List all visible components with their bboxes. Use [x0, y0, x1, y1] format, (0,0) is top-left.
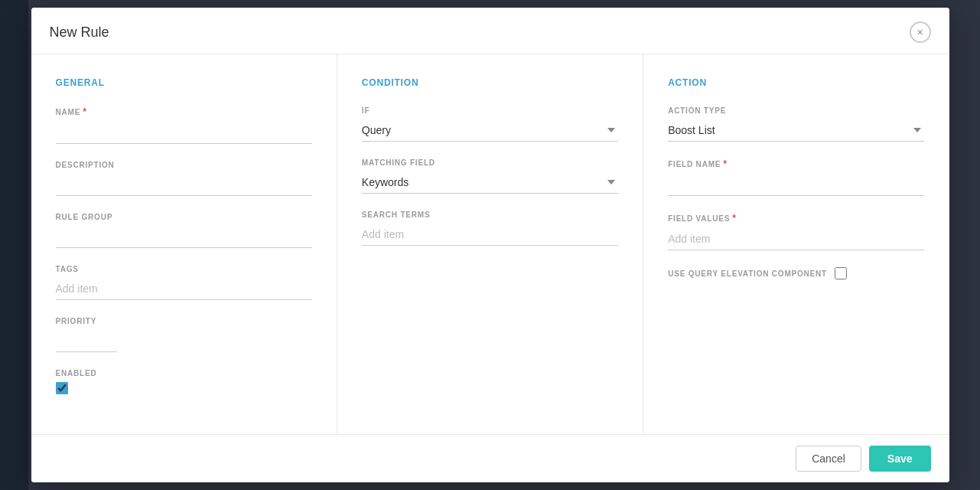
enabled-row	[56, 382, 312, 394]
general-section: GENERAL NAME * DESCRIPTION RULE GROUP TA…	[31, 54, 337, 434]
name-required: *	[83, 106, 86, 117]
enabled-checkbox[interactable]	[56, 382, 68, 394]
modal-header: New Rule ×	[31, 8, 949, 54]
tags-input[interactable]	[56, 278, 312, 300]
rule-group-input[interactable]	[56, 226, 312, 248]
tags-label: TAGS	[56, 265, 312, 273]
name-input[interactable]	[56, 122, 312, 144]
use-query-row: USE QUERY ELEVATION COMPONENT	[668, 267, 924, 279]
description-label: DESCRIPTION	[56, 161, 312, 169]
search-terms-field-group: SEARCH TERMS	[362, 211, 618, 246]
description-input[interactable]	[56, 174, 312, 196]
matching-field-group: MATCHING FIELD Keywords Title Body	[362, 158, 618, 194]
field-values-required: *	[732, 213, 736, 224]
if-field-group: IF Query Field Category	[362, 106, 618, 142]
use-query-field-group: USE QUERY ELEVATION COMPONENT	[668, 267, 924, 279]
field-values-label: FIELD VALUES *	[668, 213, 924, 224]
field-name-label: FIELD NAME *	[668, 158, 924, 169]
field-name-field-group: FIELD NAME *	[668, 158, 924, 196]
matching-field-select[interactable]: Keywords Title Body	[362, 172, 618, 194]
action-type-label: ACTION TYPE	[668, 106, 924, 115]
general-section-title: GENERAL	[56, 77, 312, 88]
if-select[interactable]: Query Field Category	[362, 119, 618, 142]
field-values-field-group: FIELD VALUES *	[668, 213, 924, 250]
rule-group-label: RULE GROUP	[56, 213, 312, 221]
save-button[interactable]: Save	[869, 446, 931, 472]
action-section: ACTION ACTION TYPE Boost List Bury List …	[643, 54, 949, 434]
new-rule-modal: New Rule × GENERAL NAME * DESCRIPTION RU…	[31, 8, 949, 482]
use-query-label: USE QUERY ELEVATION COMPONENT	[668, 270, 827, 278]
modal-title: New Rule	[50, 24, 109, 41]
enabled-label: ENABLED	[56, 369, 312, 377]
field-name-input[interactable]	[668, 174, 924, 196]
description-field-group: DESCRIPTION	[56, 161, 312, 196]
condition-section: CONDITION IF Query Field Category MATCHI…	[337, 54, 643, 434]
tags-field-group: TAGS	[56, 265, 312, 300]
search-terms-label: SEARCH TERMS	[362, 211, 618, 219]
priority-input[interactable]	[56, 330, 117, 352]
field-name-required: *	[723, 158, 727, 169]
rule-group-field-group: RULE GROUP	[56, 213, 312, 248]
priority-field-group: PRIORITY	[56, 317, 312, 352]
if-label: IF	[362, 106, 618, 115]
priority-label: PRIORITY	[56, 317, 312, 325]
cancel-button[interactable]: Cancel	[796, 446, 861, 472]
modal-body: GENERAL NAME * DESCRIPTION RULE GROUP TA…	[31, 54, 949, 434]
action-type-field-group: ACTION TYPE Boost List Bury List Filter	[668, 106, 924, 142]
action-type-select[interactable]: Boost List Bury List Filter	[668, 119, 924, 142]
modal-footer: Cancel Save	[31, 434, 949, 482]
search-terms-input[interactable]	[362, 224, 618, 246]
name-label: NAME *	[56, 106, 312, 117]
field-values-input[interactable]	[668, 228, 924, 250]
condition-section-title: CONDITION	[362, 77, 618, 88]
close-button[interactable]: ×	[910, 21, 931, 43]
matching-field-label: MATCHING FIELD	[362, 158, 618, 167]
close-icon: ×	[917, 26, 923, 38]
name-field-group: NAME *	[56, 106, 312, 144]
use-query-checkbox[interactable]	[835, 267, 847, 279]
action-section-title: ACTION	[668, 77, 924, 88]
enabled-field-group: ENABLED	[56, 369, 312, 394]
